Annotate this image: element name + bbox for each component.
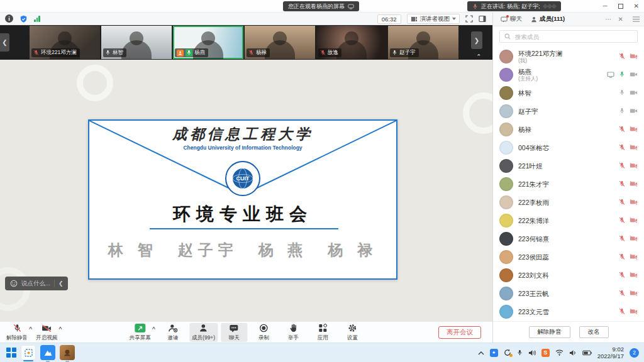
mic-icon[interactable] [619,126,625,133]
member-row[interactable]: 环境221邓方澜 (我) [499,47,638,65]
taskbar-app-screenshot[interactable] [21,345,36,360]
panel-more-button[interactable]: ⋯ [604,16,614,23]
mic-icon[interactable] [619,53,625,60]
camera-icon[interactable] [630,272,638,278]
chat-input-placeholder[interactable]: 说点什么... [21,280,50,288]
screen-expand-icon[interactable] [348,4,354,9]
member-row[interactable]: 杨燕 (主持人) [499,65,638,84]
camera-icon[interactable] [630,308,638,315]
camera-icon[interactable] [630,253,638,260]
close-button[interactable]: ✕ [634,3,639,9]
video-tile[interactable]: 故逸 [316,26,387,59]
camera-icon[interactable] [630,53,638,60]
mic-icon[interactable] [619,217,625,224]
raise-hand-button[interactable]: 举手 [280,323,306,342]
mic-icon[interactable] [619,272,625,278]
member-row[interactable]: 223侯田蕊 [499,248,638,266]
camera-icon[interactable] [630,235,638,242]
mic-icon[interactable] [619,290,625,297]
member-row[interactable]: 赵子宇 [499,102,638,120]
mic-icon[interactable] [619,71,625,78]
camera-icon[interactable] [630,71,638,78]
battery-icon[interactable] [582,350,592,356]
wifi-icon[interactable] [555,349,564,356]
start-video-button[interactable]: 开启视频 [33,323,60,342]
camera-icon[interactable] [630,180,638,187]
filmstrip-prev-button[interactable]: ❮ [0,33,9,52]
share-screen-button[interactable]: 共享屏幕 [127,323,153,342]
view-mode-button[interactable]: 演讲者视图 [407,14,460,24]
video-tile[interactable]: 杨燕 [173,26,243,59]
collapse-chat-icon[interactable]: ❮ [58,280,64,287]
member-row[interactable]: 222李枚雨 [499,193,638,211]
taskbar-clock[interactable]: 9:02 2022/9/17 [597,346,624,359]
panel-unmute-button[interactable]: 解除静音 [529,326,570,338]
camera-icon[interactable] [630,162,638,169]
member-row[interactable]: 223何锦熹 [499,229,638,248]
chat-button[interactable]: 聊天 [221,323,247,342]
tray-mic-icon[interactable] [517,349,523,356]
video-options-caret[interactable]: ^ [58,326,62,331]
panel-rename-button[interactable]: 改名 [579,326,609,338]
apps-button[interactable]: 应用 [309,323,336,342]
mic-icon[interactable] [619,162,625,169]
side-panel-toggle-icon[interactable] [479,15,486,23]
members-button[interactable]: 成员(99+) [189,323,218,342]
settings-button[interactable]: 设置 [339,323,365,342]
member-search-box[interactable] [499,30,638,43]
network-signal-icon[interactable] [34,15,40,22]
mic-icon[interactable] [619,180,625,187]
mic-icon[interactable] [619,144,625,151]
search-members-input[interactable] [514,33,633,41]
volume-icon[interactable] [569,349,577,356]
member-row[interactable]: 223刘文科 [499,266,638,284]
mic-icon[interactable] [619,89,625,96]
member-row[interactable]: 004张榕芯 [499,138,638,156]
camera-icon[interactable] [630,199,638,206]
filmstrip-collapse-icon[interactable]: ⌃ [476,54,481,60]
mic-icon[interactable] [619,199,625,206]
camera-icon[interactable] [630,126,638,133]
leave-meeting-button[interactable]: 离开会议 [438,326,481,339]
restore-button[interactable] [618,4,623,9]
member-row[interactable]: 221叶煜 [499,156,638,175]
taskbar-app-meeting[interactable] [40,345,55,360]
taskbar-app-photo[interactable] [60,345,75,360]
quick-chat-bubble[interactable]: 说点什么... ❮ [5,277,68,290]
notification-badge[interactable]: 2 [630,348,639,358]
member-row[interactable]: 223文元雪 [499,302,638,321]
start-button[interactable] [6,348,16,358]
member-row[interactable]: 223王云帆 [499,284,638,302]
filmstrip-next-button[interactable]: ❯ [471,31,482,49]
emoji-icon[interactable] [10,280,18,287]
video-tile[interactable]: 杨禄 [245,26,315,59]
mic-icon[interactable] [619,235,625,242]
meeting-info-icon[interactable]: i [5,14,13,23]
tray-star-app-icon[interactable]: ★ [490,349,498,357]
unmute-options-caret[interactable]: ^ [29,326,32,331]
tab-chat[interactable]: 聊天 [497,13,525,26]
member-row[interactable]: 杨禄 [499,120,638,138]
invite-button[interactable]: 邀请 [160,323,186,342]
camera-icon[interactable] [630,144,638,151]
record-button[interactable]: 录制 [250,323,277,342]
panel-close-button[interactable]: ✕ [616,16,625,23]
tray-sync-icon[interactable] [504,349,511,356]
video-tile[interactable]: 林智 [101,26,172,59]
tray-expand-chevron-icon[interactable] [478,351,484,355]
tab-members[interactable]: 成员(111) [528,13,568,26]
video-tile[interactable]: 赵子宇 [388,26,458,59]
security-shield-icon[interactable] [19,14,28,23]
panel-menu-icon[interactable] [633,16,640,22]
mic-icon[interactable] [619,253,625,260]
tray-sogou-icon[interactable]: S [541,349,550,357]
mic-icon[interactable] [619,107,625,114]
camera-icon[interactable] [630,107,638,114]
member-row[interactable]: 221朱才宇 [499,175,638,193]
member-row[interactable]: 林智 [499,84,638,102]
camera-icon[interactable] [630,217,638,224]
minimize-button[interactable]: ─ [603,3,608,9]
camera-icon[interactable] [630,89,638,96]
camera-icon[interactable] [630,290,638,297]
unmute-button[interactable]: 解除静音 [4,323,30,342]
